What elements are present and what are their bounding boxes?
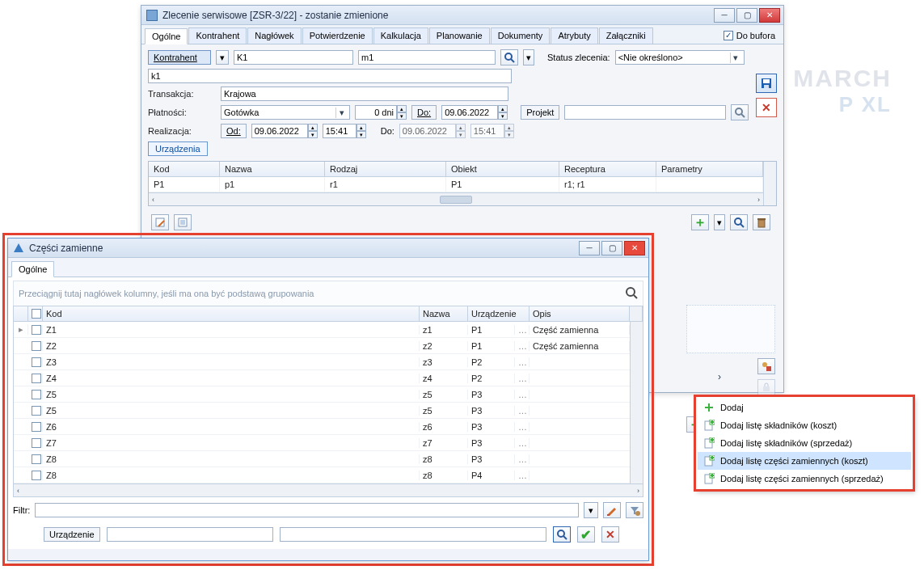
tab-naglowek[interactable]: Nagłówek [247, 27, 301, 44]
menu-czesci-sprzedaz[interactable]: Dodaj listę części zamiennych (sprzedaż) [698, 470, 911, 488]
filtr-dropdown-icon[interactable]: ▾ [584, 502, 598, 518]
parts-titlebar[interactable]: Części zamienne ─ ▢ ✕ [8, 239, 648, 258]
pcol-nazwa[interactable]: Nazwa [420, 306, 468, 321]
select-all-checkbox[interactable] [32, 309, 41, 319]
tab-ogolne[interactable]: Ogólne [145, 28, 188, 44]
reject-icon[interactable]: ✕ [601, 526, 619, 543]
kontrahent-code-input[interactable] [234, 50, 353, 65]
row-checkbox[interactable] [32, 406, 41, 416]
list-item[interactable]: Z6z6P3… [14, 419, 630, 435]
row-checkbox[interactable] [32, 341, 41, 351]
save-icon[interactable] [756, 74, 777, 93]
main-titlebar[interactable]: Zlecenie serwisowe [ZSR-3/22] - zostanie… [141, 6, 783, 25]
dni-spinner[interactable]: ▴▾ [355, 105, 407, 120]
tab-zalaczniki[interactable]: Załączniki [599, 27, 653, 44]
kontrahent-button[interactable]: Kontrahent [148, 50, 211, 65]
row-checkbox[interactable] [32, 374, 41, 383]
parts-minimize-button[interactable]: ─ [579, 241, 600, 255]
kontrahent-lower-input[interactable] [148, 69, 512, 83]
list-item[interactable]: Z3z3P2… [14, 354, 630, 370]
status-combo[interactable]: <Nie określono>▾ [615, 50, 745, 65]
parts-close-button[interactable]: ✕ [624, 241, 645, 255]
transakcja-combo[interactable]: Krajowa [221, 87, 508, 101]
parts-hscroll[interactable]: ‹› [14, 483, 643, 496]
doc-import-icon[interactable] [174, 214, 192, 230]
doc-export-icon[interactable] [151, 214, 169, 230]
add-icon[interactable]: ＋ [691, 214, 709, 230]
parts-maximize-button[interactable]: ▢ [601, 241, 622, 255]
col-obiekt[interactable]: Obiekt [446, 162, 559, 176]
do2-date-spinner[interactable]: ▴▾ [399, 124, 466, 138]
urzadzenie-input-2[interactable] [280, 527, 546, 542]
row-checkbox[interactable] [32, 438, 41, 448]
col-nazwa[interactable]: Nazwa [220, 162, 325, 176]
od-date-spinner[interactable]: ▴▾ [251, 124, 318, 138]
tab-planowanie[interactable]: Planowanie [429, 27, 490, 44]
tab-dokumenty[interactable]: Dokumenty [491, 27, 551, 44]
kontrahent-more-icon[interactable]: ▾ [523, 49, 534, 65]
col-parametry[interactable]: Parametry [656, 162, 763, 176]
parts-vscroll[interactable] [630, 322, 643, 483]
col-kod[interactable]: Kod [149, 162, 220, 176]
list-item[interactable]: Z8z8P4… [14, 467, 630, 483]
urzadzenie-button[interactable]: Urządzenie [44, 527, 100, 542]
add-dropdown-icon[interactable]: ▾ [714, 214, 725, 230]
list-item[interactable]: Z8z8P3… [14, 451, 630, 467]
col-receptura[interactable]: Receptura [559, 162, 656, 176]
row-checkbox[interactable] [32, 422, 41, 432]
row-checkbox[interactable] [32, 390, 41, 399]
menu-skladniki-koszt[interactable]: Dodaj listę składników (koszt) [698, 416, 911, 434]
row-checkbox[interactable] [32, 471, 41, 480]
projekt-search-icon[interactable] [731, 104, 749, 120]
projekt-input[interactable] [564, 105, 726, 120]
tab-kalkulacja[interactable]: Kalkulacja [373, 27, 428, 44]
menu-czesci-koszt[interactable]: Dodaj listę części zamiennych (koszt) [698, 452, 911, 470]
list-item[interactable]: Z4z4P2… [14, 370, 630, 386]
close-button[interactable]: ✕ [759, 8, 780, 23]
minimize-button[interactable]: ─ [714, 8, 735, 23]
do-bufora-checkbox[interactable] [724, 31, 733, 40]
urzadzenia-tab[interactable]: Urządzenia [148, 141, 208, 156]
kontrahent-name-input[interactable] [358, 50, 496, 65]
grid-vscroll[interactable] [763, 162, 776, 205]
list-item[interactable]: ▸Z1z1P1…Część zamienna [14, 322, 630, 338]
kontrahent-dropdown-icon[interactable]: ▾ [216, 50, 229, 65]
filtr-settings-icon[interactable] [626, 502, 643, 518]
platnosci-combo[interactable]: Gotówka▾ [221, 105, 350, 120]
pcol-kod[interactable]: Kod [43, 306, 420, 321]
list-item[interactable]: Z5z5P3… [14, 403, 630, 419]
menu-dodaj[interactable]: Dodaj [698, 399, 911, 416]
parts-tab-ogolne[interactable]: Ogólne [11, 261, 54, 277]
col-rodzaj[interactable]: Rodzaj [325, 162, 446, 176]
urzadzenie-search-icon[interactable] [553, 526, 571, 543]
filtr-input[interactable] [35, 503, 579, 517]
do2-time-spinner[interactable]: ▴▾ [470, 124, 514, 138]
tab-kontrahent[interactable]: Kontrahent [188, 27, 247, 44]
od-time-spinner[interactable]: ▴▾ [323, 124, 366, 138]
tab-potwierdzenie[interactable]: Potwierdzenie [302, 27, 373, 44]
cancel-icon[interactable]: ✕ [756, 98, 777, 117]
do-date-spinner[interactable]: ▴▾ [441, 105, 508, 120]
maximize-button[interactable]: ▢ [736, 8, 757, 23]
group-search-icon[interactable] [625, 286, 638, 301]
row-checkbox[interactable] [32, 357, 41, 367]
table-row[interactable]: P1 p1 r1 P1 r1; r1 [149, 177, 763, 192]
group-hint[interactable]: Przeciągnij tutaj nagłówek kolumny, jeśl… [13, 281, 643, 306]
list-item[interactable]: Z5z5P3… [14, 386, 630, 403]
grid-hscroll[interactable]: ‹› [149, 192, 763, 205]
tab-atrybuty[interactable]: Atrybuty [551, 27, 597, 44]
do-button[interactable]: Do: [411, 105, 437, 120]
pcol-opis[interactable]: Opis [530, 306, 630, 321]
kontrahent-search-icon[interactable] [500, 49, 518, 65]
urzadzenie-input-1[interactable] [107, 527, 273, 542]
row-checkbox[interactable] [32, 325, 41, 335]
menu-skladniki-sprzedaz[interactable]: Dodaj listę składników (sprzedaż) [698, 434, 911, 452]
list-item[interactable]: Z2z2P1…Część zamienna [14, 338, 630, 354]
search-icon[interactable] [730, 214, 748, 230]
pcol-urzadzenie[interactable]: Urządzenie [468, 306, 530, 321]
confirm-icon[interactable]: ✔ [577, 526, 595, 543]
list-item[interactable]: Z7z7P3… [14, 435, 630, 451]
filtr-edit-icon[interactable] [603, 502, 621, 518]
od-button[interactable]: Od: [221, 124, 247, 138]
delete-icon[interactable] [753, 214, 770, 230]
